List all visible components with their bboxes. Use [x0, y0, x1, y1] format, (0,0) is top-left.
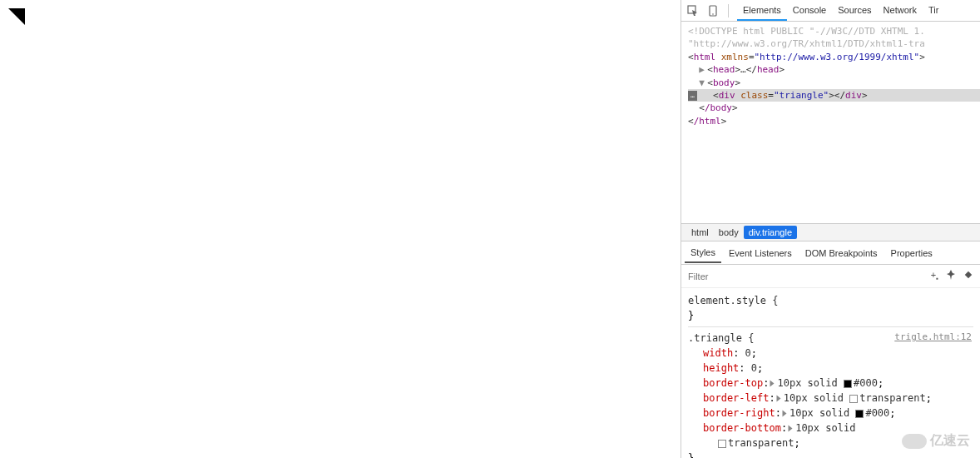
filter-input[interactable]	[688, 271, 788, 281]
new-rule-icon[interactable]: +▪	[931, 270, 938, 282]
device-icon[interactable]	[706, 4, 720, 17]
crumb-body[interactable]: body	[714, 226, 744, 239]
doctype-line: <!DOCTYPE html PUBLIC "-//W3C//DTD XHTML…	[688, 26, 925, 37]
styles-pane[interactable]: element.style { } trigle.html:12 .triang…	[681, 288, 980, 458]
svg-point-2	[712, 13, 714, 15]
inspect-icon[interactable]	[686, 4, 700, 17]
svg-rect-3	[965, 271, 972, 278]
tab-console[interactable]: Console	[787, 1, 832, 20]
pin-icon[interactable]	[947, 270, 955, 282]
dom-tree[interactable]: <!DOCTYPE html PUBLIC "-//W3C//DTD XHTML…	[681, 22, 980, 223]
tab-elements[interactable]: Elements	[737, 1, 787, 21]
crumb-html[interactable]: html	[686, 226, 714, 239]
expand-icon[interactable]: ▼	[699, 77, 707, 89]
styles-tabs: Styles Event Listeners DOM Breakpoints P…	[681, 241, 980, 265]
devtools-panel: Elements Console Sources Network Tir <!D…	[681, 0, 980, 458]
tab-sources[interactable]: Sources	[832, 1, 877, 20]
crumb-div[interactable]: div.triangle	[744, 226, 797, 239]
triangle-shape	[8, 8, 25, 25]
page-viewport	[0, 0, 681, 458]
filter-bar: +▪	[681, 265, 980, 288]
tab-styles[interactable]: Styles	[685, 243, 721, 263]
tab-network[interactable]: Network	[878, 1, 923, 20]
selected-node[interactable]: … <div class="triangle"></div>	[688, 89, 980, 102]
source-link[interactable]: trigle.html:12	[894, 331, 972, 345]
expand-icon[interactable]: ▶	[699, 63, 707, 76]
hover-icon[interactable]	[963, 270, 973, 282]
tab-event-listeners[interactable]: Event Listeners	[723, 244, 798, 262]
element-style-rule[interactable]: element.style { }	[688, 290, 973, 327]
tab-properties[interactable]: Properties	[885, 244, 938, 262]
tab-dom-breakpoints[interactable]: DOM Breakpoints	[799, 244, 883, 262]
tab-timeline[interactable]: Tir	[923, 1, 944, 20]
devtools-toolbar: Elements Console Sources Network Tir	[681, 0, 980, 22]
triangle-rule[interactable]: trigle.html:12 .triangle { width: 0; hei…	[688, 327, 973, 458]
breadcrumb: html body div.triangle	[681, 223, 980, 241]
doctype-line2: "http://www.w3.org/TR/xhtml1/DTD/xhtml1-…	[688, 38, 925, 49]
